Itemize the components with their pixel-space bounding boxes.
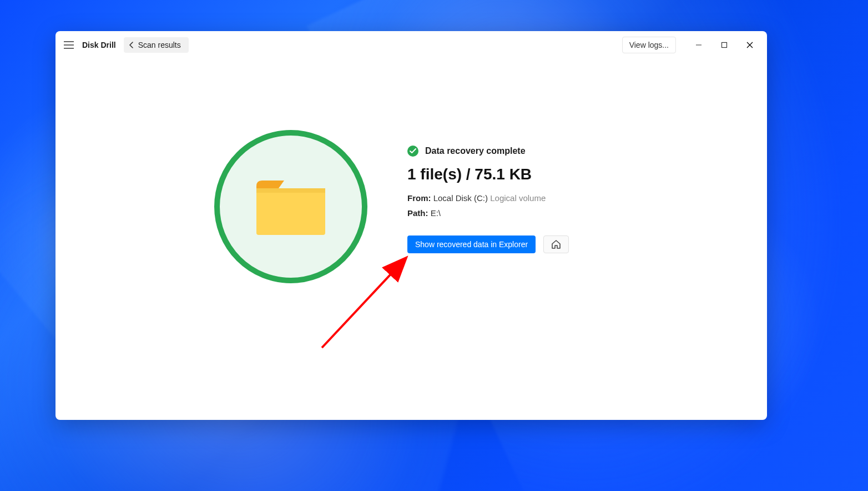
- title-bar: Disk Drill Scan results View logs...: [55, 31, 767, 59]
- status-text: Data recovery complete: [425, 146, 526, 156]
- menu-button[interactable]: [60, 36, 78, 54]
- close-button[interactable]: [737, 36, 763, 54]
- path-value: E:\: [431, 208, 441, 218]
- app-title: Disk Drill: [82, 41, 116, 49]
- home-icon: [551, 239, 561, 249]
- from-line: From: Local Disk (C:) Logical volume: [407, 193, 569, 203]
- svg-rect-4: [722, 43, 727, 48]
- recovery-summary: 1 file(s) / 75.1 KB: [407, 166, 569, 183]
- show-in-explorer-button[interactable]: Show recovered data in Explorer: [407, 236, 536, 253]
- app-window: Disk Drill Scan results View logs...: [55, 31, 767, 420]
- minimize-button[interactable]: [686, 36, 711, 54]
- back-label: Scan results: [138, 41, 181, 49]
- svg-rect-7: [256, 188, 325, 235]
- from-value: Local Disk (C:): [433, 193, 488, 203]
- check-icon: [407, 146, 418, 157]
- svg-rect-8: [256, 188, 325, 193]
- content-area: Data recovery complete 1 file(s) / 75.1 …: [55, 59, 767, 420]
- minimize-icon: [695, 42, 702, 48]
- close-icon: [746, 42, 753, 48]
- maximize-icon: [721, 42, 728, 48]
- from-label: From:: [407, 193, 431, 203]
- path-line: Path: E:\: [407, 208, 569, 218]
- view-logs-button[interactable]: View logs...: [622, 37, 676, 53]
- back-button[interactable]: Scan results: [124, 37, 189, 53]
- maximize-button[interactable]: [711, 36, 737, 54]
- from-sub: Logical volume: [490, 193, 546, 203]
- home-button[interactable]: [543, 236, 569, 253]
- hamburger-icon: [64, 41, 74, 49]
- path-label: Path:: [407, 208, 428, 218]
- status-line: Data recovery complete: [407, 146, 569, 157]
- chevron-left-icon: [129, 42, 134, 48]
- folder-icon: [254, 176, 327, 237]
- window-controls: [686, 36, 763, 54]
- success-folder-badge: [214, 130, 367, 283]
